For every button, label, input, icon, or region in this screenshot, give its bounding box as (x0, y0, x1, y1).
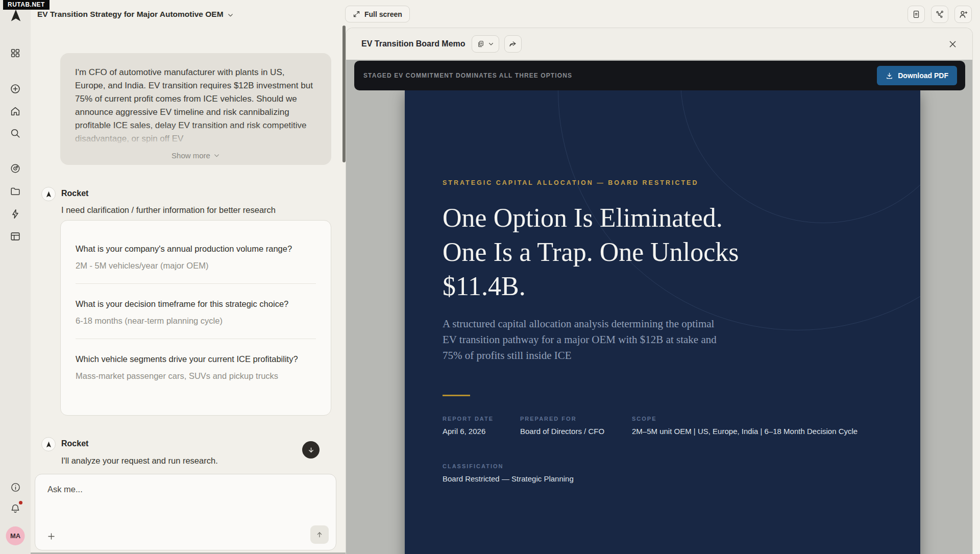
answer-text[interactable]: 6-18 months (near-term planning cycle) (76, 314, 316, 327)
topbar-actions (908, 6, 972, 23)
meta-label: PREPARED FOR (520, 416, 632, 422)
attach-button[interactable] (44, 529, 58, 543)
document-meta-row: REPORT DATE April 6, 2026 PREPARED FOR B… (443, 416, 883, 436)
rocket-logo-icon (9, 9, 22, 22)
plus-icon (46, 532, 56, 541)
info-icon[interactable] (9, 481, 21, 493)
question-item: Which vehicle segments drive your curren… (76, 351, 316, 382)
network-graph-icon (935, 10, 944, 19)
user-plus-icon (959, 10, 968, 19)
document-preview: STAGED EV COMMITMENT DOMINATES ALL THREE… (346, 60, 973, 554)
brand-badge: RUTAB.NET (3, 0, 50, 10)
fullscreen-label: Full screen (364, 10, 402, 18)
meta-value: Board of Directors / CFO (520, 427, 632, 436)
assistant-avatar (41, 437, 56, 451)
subtitle-line: A structured capital allocation analysis… (443, 316, 717, 332)
headline-line: $11.4B. (443, 269, 739, 303)
artifact-panel: EV Transition Board Memo STAGED EV COMMI… (346, 28, 973, 554)
search-icon[interactable] (9, 127, 21, 139)
meta-label: CLASSIFICATION (443, 463, 574, 469)
composer (35, 474, 336, 550)
gold-rule (443, 395, 470, 396)
show-more-label: Show more (172, 151, 210, 160)
document-icon (912, 10, 921, 19)
integrations-button[interactable] (931, 6, 948, 23)
followup-message: I'll analyze your request and run resear… (61, 456, 218, 466)
answer-text[interactable]: Mass-market passenger cars, SUVs and pic… (76, 369, 316, 382)
app-root: RUTAB.NET EV Transition Strategy for Maj… (0, 0, 980, 554)
chevron-down-icon (213, 152, 220, 159)
close-icon (948, 39, 958, 49)
fullscreen-button[interactable]: Full screen (345, 6, 410, 22)
meta-classification: CLASSIFICATION Board Restricted — Strate… (443, 463, 574, 483)
folder-icon[interactable] (9, 185, 21, 197)
assistant-name: Rocket (61, 189, 88, 198)
notification-dot (19, 501, 22, 504)
download-pdf-button[interactable]: Download PDF (877, 66, 957, 85)
subtitle-line: EV transition pathway for a major OEM wi… (443, 332, 717, 348)
document-headline: One Option Is Eliminated. One Is a Trap.… (443, 201, 739, 303)
question-text: What is your decision timeframe for this… (76, 296, 316, 311)
download-icon (886, 72, 893, 80)
target-icon[interactable] (9, 162, 21, 175)
user-message-bubble[interactable]: I'm CFO of automotive manufacturer with … (60, 53, 331, 165)
chat-panel: I'm CFO of automotive manufacturer with … (31, 26, 346, 554)
assistant-avatar (41, 187, 56, 201)
copy-icon (477, 40, 485, 48)
document-page: STRATEGIC CAPITAL ALLOCATION — BOARD RES… (405, 90, 920, 554)
artifact-title: EV Transition Board Memo (361, 39, 465, 49)
subtitle-line: 75% of profits still inside ICE (443, 348, 717, 364)
meta-label: SCOPE (632, 416, 883, 422)
meta-scope: SCOPE 2M–5M unit OEM | US, Europe, India… (632, 416, 883, 436)
lightning-icon[interactable] (9, 208, 21, 220)
document-subtitle: A structured capital allocation analysis… (443, 316, 717, 364)
chat-input[interactable] (47, 485, 313, 525)
question-text: Which vehicle segments drive your curren… (76, 351, 316, 367)
new-plus-icon[interactable] (9, 83, 21, 95)
document-button[interactable] (908, 6, 925, 23)
layout-icon[interactable] (9, 230, 21, 243)
conversation-title[interactable]: EV Transition Strategy for Major Automot… (37, 10, 234, 19)
notifications-bell-icon[interactable] (9, 502, 21, 515)
question-item: What is your company's annual production… (76, 241, 316, 272)
key-finding-banner: STAGED EV COMMITMENT DOMINATES ALL THREE… (354, 61, 965, 90)
answer-text[interactable]: 2M - 5M vehicles/year (major OEM) (76, 259, 316, 272)
rocket-icon (45, 191, 52, 198)
headline-line: One Option Is Eliminated. (443, 201, 739, 235)
send-button[interactable] (310, 525, 329, 544)
sidebar: MA (0, 0, 31, 554)
key-finding-text: STAGED EV COMMITMENT DOMINATES ALL THREE… (363, 72, 572, 79)
divider (76, 283, 316, 284)
close-panel-button[interactable] (944, 35, 961, 53)
meta-value: Board Restricted — Strategic Planning (443, 474, 574, 483)
question-item: What is your decision timeframe for this… (76, 296, 316, 327)
user-avatar[interactable]: MA (6, 526, 25, 545)
question-text: What is your company's annual production… (76, 241, 316, 256)
download-pdf-label: Download PDF (898, 71, 948, 80)
meta-prepared-for: PREPARED FOR Board of Directors / CFO (520, 416, 632, 436)
expand-icon (353, 10, 360, 18)
share-button[interactable] (504, 35, 522, 53)
rocket-icon (45, 441, 52, 448)
share-forward-icon (508, 40, 517, 49)
meta-label: REPORT DATE (443, 416, 520, 422)
copy-button[interactable] (472, 35, 499, 53)
headline-line: One Is a Trap. One Unlocks (443, 235, 739, 269)
arrow-up-icon (315, 531, 324, 539)
meta-value: 2M–5M unit OEM | US, Europe, India | 6–1… (632, 427, 883, 436)
invite-user-button[interactable] (954, 6, 972, 23)
apps-grid-icon[interactable] (9, 47, 21, 59)
assistant-name: Rocket (61, 439, 88, 448)
chevron-down-icon (227, 12, 234, 18)
document-eyebrow: STRATEGIC CAPITAL ALLOCATION — BOARD RES… (443, 179, 698, 186)
meta-report-date: REPORT DATE April 6, 2026 (443, 416, 520, 436)
clarification-card: What is your company's annual production… (60, 220, 331, 416)
home-icon[interactable] (9, 105, 21, 117)
artifact-header: EV Transition Board Memo (346, 28, 972, 60)
arrow-down-icon (307, 446, 315, 454)
conversation-title-text: EV Transition Strategy for Major Automot… (37, 10, 224, 19)
chevron-down-icon (488, 41, 494, 47)
show-more-button[interactable]: Show more (60, 151, 331, 160)
meta-value: April 6, 2026 (443, 427, 520, 436)
scroll-to-bottom-button[interactable] (302, 441, 320, 459)
